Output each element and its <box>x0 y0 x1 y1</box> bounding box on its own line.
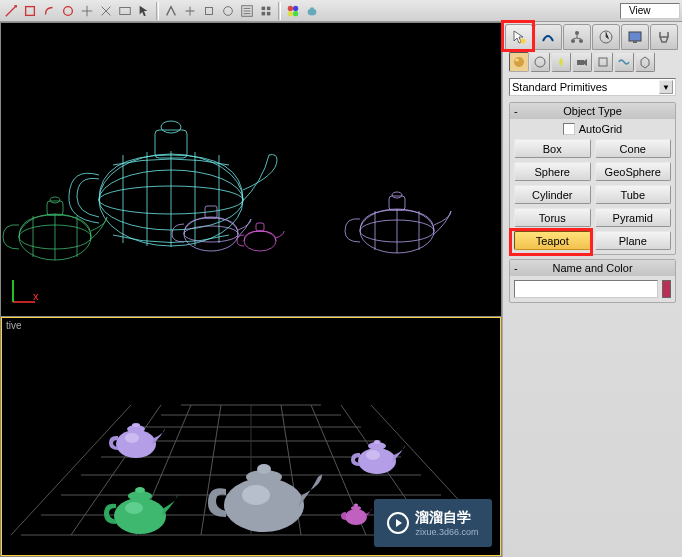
cylinder-button[interactable]: Cylinder <box>514 185 591 204</box>
rollout-collapse-icon-2: - <box>514 262 518 274</box>
dropdown-arrow-icon: ▼ <box>659 80 673 94</box>
modify-tab[interactable] <box>534 24 562 50</box>
svg-point-1 <box>64 6 73 15</box>
systems-subtab[interactable] <box>635 52 655 72</box>
teapot-toolbar-icon[interactable] <box>303 2 321 20</box>
wireframe-teapot-purple-right <box>341 185 456 257</box>
svg-point-57 <box>579 39 583 43</box>
lights-subtab[interactable] <box>551 52 571 72</box>
perspective-viewport[interactable]: tive <box>1 317 501 556</box>
svg-rect-15 <box>310 7 314 9</box>
object-color-swatch[interactable] <box>662 280 671 298</box>
toolbar-icon-3[interactable] <box>40 2 58 20</box>
create-tab[interactable] <box>505 24 533 50</box>
svg-point-53 <box>354 504 358 507</box>
svg-point-11 <box>293 5 298 10</box>
cursor-select-icon[interactable] <box>135 2 153 20</box>
svg-point-63 <box>535 57 545 67</box>
geometry-subtab[interactable] <box>509 52 529 72</box>
svg-point-51 <box>345 509 367 525</box>
svg-point-44 <box>125 433 139 443</box>
front-viewport[interactable]: x <box>1 23 501 316</box>
toolbar-icon-2[interactable] <box>21 2 39 20</box>
panel-tabs <box>505 24 680 50</box>
svg-rect-3 <box>206 7 213 14</box>
svg-point-48 <box>366 450 380 460</box>
watermark-subtext: zixue.3d66.com <box>415 527 478 537</box>
viewport-label: tive <box>6 320 22 331</box>
svg-point-56 <box>571 39 575 43</box>
shaded-teapot-green <box>100 478 180 536</box>
object-type-grid: Box Cone Sphere GeoSphere Cylinder Tube … <box>514 139 671 250</box>
svg-rect-6 <box>262 6 266 10</box>
name-color-rollout: - Name and Color <box>509 259 676 303</box>
viewport-area: x tive <box>0 22 502 557</box>
sphere-button[interactable]: Sphere <box>514 162 591 181</box>
svg-rect-60 <box>633 41 637 43</box>
object-type-title: Object Type <box>563 105 622 117</box>
pyramid-button[interactable]: Pyramid <box>595 208 672 227</box>
toolbar-icon-11[interactable] <box>219 2 237 20</box>
rollout-collapse-icon: - <box>514 105 518 117</box>
plane-button[interactable]: Plane <box>595 231 672 250</box>
svg-point-10 <box>288 5 293 10</box>
svg-point-12 <box>288 11 293 16</box>
dropdown-value: Standard Primitives <box>512 81 607 93</box>
list-icon[interactable] <box>238 2 256 20</box>
cone-button[interactable]: Cone <box>595 139 672 158</box>
main-toolbar: View <box>0 0 682 22</box>
toolbar-icon-6[interactable] <box>97 2 115 20</box>
svg-point-20 <box>161 121 181 133</box>
svg-rect-27 <box>205 206 217 218</box>
utilities-tab[interactable] <box>650 24 678 50</box>
watermark-badge: 溜溜自学 zixue.3d66.com <box>374 499 492 547</box>
spacewarps-subtab[interactable] <box>614 52 634 72</box>
toolbar-icon-9[interactable] <box>181 2 199 20</box>
toolbar-icon-12[interactable] <box>257 2 275 20</box>
autogrid-label: AutoGrid <box>579 123 622 135</box>
svg-point-61 <box>514 57 524 67</box>
toolbar-icon-4[interactable] <box>59 2 77 20</box>
svg-point-50 <box>374 440 380 444</box>
motion-tab[interactable] <box>592 24 620 50</box>
svg-rect-0 <box>26 6 35 15</box>
svg-rect-8 <box>262 11 266 15</box>
svg-text:x: x <box>33 290 39 302</box>
object-name-input[interactable] <box>514 280 658 298</box>
svg-point-26 <box>184 226 238 242</box>
teapot-button[interactable]: Teapot <box>514 231 591 250</box>
svg-point-40 <box>125 502 143 514</box>
svg-point-54 <box>521 39 526 44</box>
svg-point-35 <box>224 478 304 532</box>
shapes-subtab[interactable] <box>530 52 550 72</box>
svg-point-46 <box>132 423 140 427</box>
geosphere-button[interactable]: GeoSphere <box>595 162 672 181</box>
svg-point-55 <box>575 31 579 35</box>
svg-point-4 <box>224 6 233 15</box>
svg-rect-64 <box>577 60 584 65</box>
name-color-header[interactable]: - Name and Color <box>510 260 675 276</box>
toolbar-icon-8[interactable] <box>162 2 180 20</box>
svg-point-38 <box>257 464 271 474</box>
toolbar-icon-10[interactable] <box>200 2 218 20</box>
display-tab[interactable] <box>621 24 649 50</box>
toolbar-icon-1[interactable] <box>2 2 20 20</box>
toolbar-icon-7[interactable] <box>116 2 134 20</box>
hierarchy-tab[interactable] <box>563 24 591 50</box>
torus-button[interactable]: Torus <box>514 208 591 227</box>
cameras-subtab[interactable] <box>572 52 592 72</box>
tube-button[interactable]: Tube <box>595 185 672 204</box>
helpers-subtab[interactable] <box>593 52 613 72</box>
command-panel: Standard Primitives ▼ - Object Type Auto… <box>502 22 682 557</box>
view-dropdown[interactable]: View <box>620 3 680 19</box>
toolbar-separator <box>156 2 159 20</box>
wireframe-teapot-magenta-tiny <box>235 219 285 253</box>
object-type-header[interactable]: - Object Type <box>510 103 675 119</box>
primitive-type-dropdown[interactable]: Standard Primitives ▼ <box>509 78 676 96</box>
svg-rect-9 <box>267 11 271 15</box>
toolbar-icon-5[interactable] <box>78 2 96 20</box>
material-icon[interactable] <box>284 2 302 20</box>
shaded-teapot-purple-2 <box>348 434 408 476</box>
box-button[interactable]: Box <box>514 139 591 158</box>
autogrid-checkbox[interactable] <box>563 123 575 135</box>
